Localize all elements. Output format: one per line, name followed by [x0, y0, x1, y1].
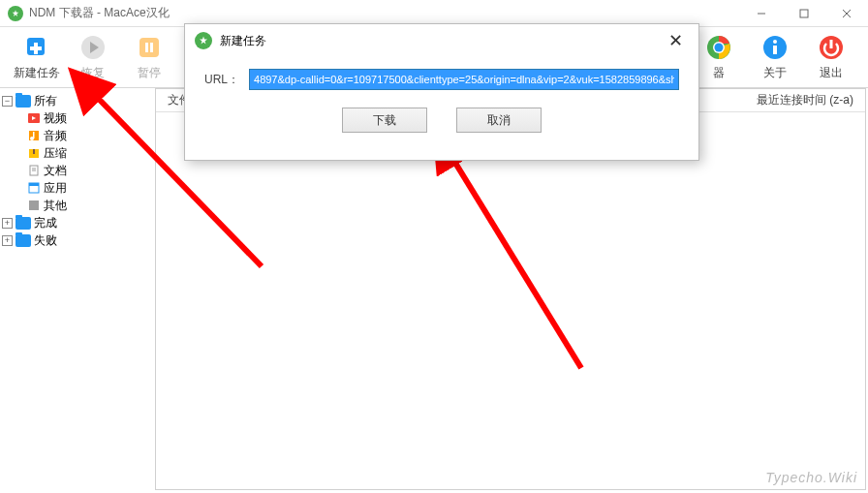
button-label: 取消	[487, 112, 511, 129]
tree-label: 应用	[44, 180, 67, 197]
toolbar-label: 关于	[763, 65, 787, 81]
app-logo-icon	[8, 6, 23, 21]
button-label: 下载	[373, 112, 396, 129]
download-button[interactable]: 下载	[342, 108, 427, 133]
svg-rect-31	[29, 183, 39, 186]
tree-label: 完成	[34, 215, 57, 231]
svg-point-14	[715, 44, 724, 52]
power-icon	[817, 33, 846, 62]
info-icon	[760, 33, 790, 62]
svg-rect-10	[145, 43, 148, 52]
expand-icon[interactable]: +	[2, 218, 13, 229]
tree-item-all[interactable]: −所有	[2, 92, 153, 109]
column-time[interactable]: 最近连接时间 (z-a)	[757, 92, 853, 108]
browser-button[interactable]: 器	[692, 30, 746, 84]
new-task-button[interactable]: 新建任务	[10, 30, 64, 84]
close-button[interactable]	[825, 0, 868, 27]
minimize-button[interactable]	[740, 0, 783, 27]
chrome-icon	[704, 33, 733, 62]
svg-rect-19	[830, 40, 833, 48]
tree-item-done[interactable]: +完成	[2, 214, 153, 231]
maximize-button[interactable]	[783, 0, 825, 27]
video-icon	[27, 111, 41, 125]
tree-label: 所有	[34, 93, 57, 109]
svg-rect-26	[33, 149, 35, 154]
tree-label: 文档	[44, 163, 67, 179]
about-button[interactable]: 关于	[748, 30, 802, 84]
toolbar-label: 器	[713, 65, 725, 81]
tree-item-other[interactable]: 其他	[2, 197, 153, 214]
tree-label: 其他	[44, 198, 67, 214]
dialog-close-button[interactable]: ✕	[663, 28, 689, 53]
tree-label: 压缩	[44, 145, 67, 162]
tree-item-app[interactable]: 应用	[2, 179, 153, 197]
folder-icon	[16, 217, 31, 230]
pause-icon	[135, 33, 164, 62]
app-logo-icon	[195, 32, 212, 49]
app-icon	[27, 181, 41, 195]
tree-item-audio[interactable]: 音频	[2, 127, 153, 144]
window-title: NDM 下载器 - MacAce汉化	[29, 5, 170, 21]
cancel-button[interactable]: 取消	[456, 108, 542, 133]
folder-icon	[16, 234, 31, 247]
resume-button[interactable]: 恢复	[66, 30, 120, 84]
category-sidebar: −所有 视频 音频 压缩 文档 应用 其他 +完成 +失败	[0, 88, 155, 492]
svg-rect-9	[140, 38, 159, 57]
toolbar-label: 恢复	[81, 65, 105, 81]
svg-rect-11	[150, 43, 153, 52]
tree-item-doc[interactable]: 文档	[2, 162, 153, 179]
svg-rect-32	[29, 200, 39, 210]
archive-icon	[27, 146, 41, 160]
toolbar-label: 退出	[820, 65, 843, 81]
collapse-icon[interactable]: −	[2, 96, 13, 107]
toolbar-label: 新建任务	[14, 65, 60, 81]
expand-icon[interactable]: +	[2, 235, 13, 246]
new-task-icon	[22, 33, 51, 62]
dialog-title: 新建任务	[220, 33, 266, 49]
tree-item-fail[interactable]: +失败	[2, 231, 153, 249]
url-label: URL：	[204, 72, 239, 88]
toolbar-label: 暂停	[138, 65, 161, 81]
url-input[interactable]	[249, 69, 679, 90]
svg-rect-24	[33, 132, 35, 139]
tree-label: 失败	[34, 232, 57, 249]
watermark: Typecho.Wiki	[765, 470, 857, 485]
folder-icon	[16, 95, 31, 108]
svg-rect-6	[30, 46, 42, 50]
play-icon	[78, 33, 108, 62]
dialog-titlebar: 新建任务 ✕	[185, 24, 698, 57]
tree-label: 音频	[44, 128, 67, 144]
tree-item-video[interactable]: 视频	[2, 109, 153, 127]
tree-label: 视频	[44, 110, 67, 127]
other-icon	[27, 199, 41, 212]
doc-icon	[27, 164, 41, 177]
pause-button[interactable]: 暂停	[122, 30, 176, 84]
audio-icon	[27, 129, 41, 142]
svg-point-17	[773, 40, 777, 44]
svg-rect-1	[800, 10, 808, 17]
exit-button[interactable]: 退出	[804, 30, 858, 84]
tree-item-archive[interactable]: 压缩	[2, 144, 153, 162]
new-task-dialog: 新建任务 ✕ URL： 下载 取消	[184, 23, 699, 161]
svg-rect-16	[773, 46, 777, 54]
